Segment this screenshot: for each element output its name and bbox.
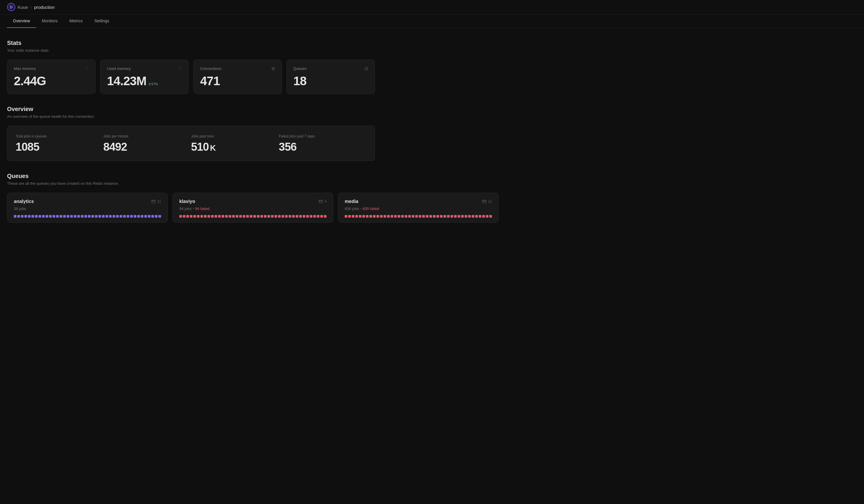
queue-name-analytics: analytics xyxy=(14,199,34,204)
dot xyxy=(415,215,418,218)
metric-jobs-past-hour: Jobs past hour 510K xyxy=(191,133,279,153)
dot xyxy=(141,215,143,218)
dot xyxy=(243,215,245,218)
dot xyxy=(296,215,298,218)
dot xyxy=(179,215,182,218)
dot xyxy=(267,215,270,218)
dot xyxy=(359,215,361,218)
metric-label-jpm: Jobs per minute xyxy=(104,134,191,138)
dot xyxy=(28,215,31,218)
dot xyxy=(345,215,347,218)
tab-metrics[interactable]: Metrics xyxy=(63,14,88,28)
queue-card-analytics[interactable]: analytics 11 36 jobs xyxy=(7,193,168,223)
stat-card-header: Max memory ♡ xyxy=(14,66,89,71)
stat-value-max-memory: 2.44G xyxy=(14,75,89,87)
app-logo xyxy=(7,3,15,11)
queues-title: Queues xyxy=(7,173,375,180)
overview-section: Overview An overview of the queue health… xyxy=(7,106,375,161)
dot xyxy=(278,215,281,218)
dot xyxy=(60,215,62,218)
tab-monitors[interactable]: Monitors xyxy=(36,14,63,28)
tab-settings[interactable]: Settings xyxy=(88,14,115,28)
dot xyxy=(405,215,407,218)
dot xyxy=(412,215,415,218)
dot xyxy=(384,215,386,218)
dot xyxy=(369,215,372,218)
dot xyxy=(14,215,16,218)
stat-card-connections: Connections ⊕ 471 xyxy=(193,60,282,94)
dot xyxy=(225,215,228,218)
metric-label-failed: Failed jobs past 7 days xyxy=(279,134,367,138)
dot xyxy=(207,215,210,218)
queue-failed-media: 605 failed xyxy=(363,207,379,211)
dot xyxy=(112,215,115,218)
queue-icon-media xyxy=(482,199,487,204)
queue-name-klaviyo: klaviyo xyxy=(179,199,195,204)
dot xyxy=(429,215,432,218)
layers-icon-queues: ⊟ xyxy=(364,66,368,71)
svg-point-1 xyxy=(9,7,11,8)
queue-card-media[interactable]: media 11 606 jobs • 605 failed xyxy=(338,193,499,223)
top-nav: Kuue › production xyxy=(0,0,864,14)
dot xyxy=(486,215,489,218)
queue-jobs-analytics: 36 jobs xyxy=(14,207,161,211)
dot xyxy=(211,215,214,218)
dot xyxy=(253,215,256,218)
queue-jobs-media: 606 jobs • 605 failed xyxy=(345,207,492,211)
dot xyxy=(42,215,45,218)
dot xyxy=(408,215,411,218)
metric-value-failed: 356 xyxy=(279,141,367,152)
dot xyxy=(92,215,94,218)
dot xyxy=(35,215,38,218)
queue-badge-klaviyo: 4 xyxy=(319,199,326,204)
heart-icon-used-memory: ♡ xyxy=(178,66,182,71)
queue-header-media: media 11 xyxy=(345,199,492,204)
queue-count-klaviyo: 4 xyxy=(324,199,326,204)
dot xyxy=(324,215,326,218)
breadcrumb-current: production xyxy=(34,5,55,10)
dot xyxy=(355,215,358,218)
dot xyxy=(63,215,66,218)
dot xyxy=(158,215,161,218)
queue-card-klaviyo[interactable]: klaviyo 4 94 jobs • 94 failed xyxy=(172,193,333,223)
dot xyxy=(465,215,467,218)
stats-title: Stats xyxy=(7,40,375,46)
metric-label-total: Total jobs in queues xyxy=(15,134,104,138)
queue-jobs-klaviyo: 94 jobs • 94 failed xyxy=(179,207,326,211)
queue-header-analytics: analytics 11 xyxy=(14,199,161,204)
dot xyxy=(137,215,140,218)
dot xyxy=(313,215,316,218)
dot xyxy=(77,215,80,218)
dot xyxy=(17,215,20,218)
metric-value-total: 1085 xyxy=(15,141,104,152)
queue-name-media: media xyxy=(345,199,358,204)
dot xyxy=(475,215,478,218)
dot xyxy=(362,215,365,218)
breadcrumb-app[interactable]: Kuue xyxy=(17,5,28,10)
dot xyxy=(155,215,157,218)
dot xyxy=(201,215,203,218)
dot xyxy=(56,215,59,218)
dot xyxy=(310,215,312,218)
svg-rect-5 xyxy=(482,200,486,203)
dot xyxy=(250,215,252,218)
dot xyxy=(422,215,425,218)
metric-label-jph: Jobs past hour xyxy=(191,134,279,138)
dot xyxy=(239,215,242,218)
stats-cards-row: Max memory ♡ 2.44G Used memory ♡ 14.23M … xyxy=(7,60,375,94)
dot xyxy=(436,215,439,218)
dot xyxy=(183,215,185,218)
dot xyxy=(401,215,404,218)
dot xyxy=(151,215,154,218)
queue-failed-klaviyo: 94 failed xyxy=(195,207,209,211)
svg-rect-4 xyxy=(319,200,322,203)
metric-total-jobs: Total jobs in queues 1085 xyxy=(15,133,104,153)
overview-title: Overview xyxy=(7,106,375,112)
dot xyxy=(454,215,457,218)
metric-jobs-per-minute: Jobs per minute 8492 xyxy=(104,133,191,153)
dot xyxy=(299,215,302,218)
tab-overview[interactable]: Overview xyxy=(7,14,36,28)
stat-card-header-used: Used memory ♡ xyxy=(107,66,182,71)
dot xyxy=(366,215,369,218)
dot xyxy=(394,215,397,218)
